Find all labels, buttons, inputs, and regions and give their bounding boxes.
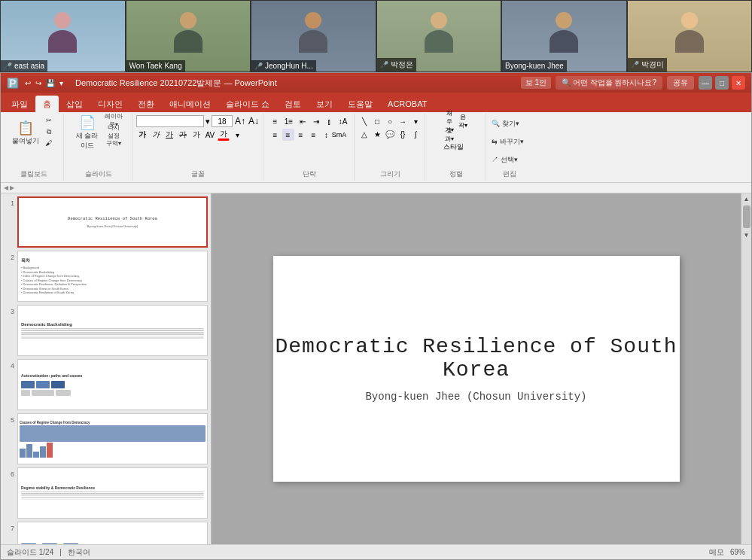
slide-number: 1 xyxy=(4,196,14,207)
scroll-thumb[interactable] xyxy=(743,205,750,228)
cut-button[interactable]: ✂ xyxy=(41,115,56,126)
align-center-button[interactable]: ≡ xyxy=(282,129,294,141)
underline-button[interactable]: 가 xyxy=(163,129,175,141)
tab-help[interactable]: 도움말 xyxy=(340,96,380,112)
indent-decrease-button[interactable]: ⇤ xyxy=(297,115,309,127)
find-button[interactable]: 🔍 찾기▾ xyxy=(491,115,528,132)
slide-preview-7[interactable]: ■ → → xyxy=(17,522,208,544)
more-font-button[interactable]: ▾ xyxy=(231,129,243,141)
indent-increase-button[interactable]: ⇥ xyxy=(310,115,322,127)
font-color-button[interactable]: 가 xyxy=(218,129,230,141)
tab-animation[interactable]: 애니메이션 xyxy=(162,96,218,112)
slide-preview-5[interactable]: Causes of Regime Change from Democracy xyxy=(17,413,208,464)
tab-transition[interactable]: 전환 xyxy=(130,96,162,112)
shape-arrow[interactable]: → xyxy=(397,115,409,127)
maximize-button[interactable]: □ xyxy=(715,76,729,90)
slide-thumb-4[interactable]: 4 Autocratization: paths and causes xyxy=(4,359,208,410)
numbered-list-button[interactable]: 1≡ xyxy=(283,115,295,127)
slide-number: 2 xyxy=(4,251,14,261)
shape-curve[interactable]: ∫ xyxy=(409,128,422,140)
slide-count-info: 슬라이드 1/24 xyxy=(7,547,53,558)
align-right-button[interactable]: ≡ xyxy=(295,129,307,141)
new-slide-button[interactable]: 📄 새 슬라이드 xyxy=(73,115,102,150)
effect-button[interactable]: 효과▾ xyxy=(443,129,455,141)
text-direction-button[interactable]: ↕A xyxy=(337,115,349,127)
shadow-button[interactable]: 가 xyxy=(190,129,202,141)
tab-slideshow[interactable]: 슬라이드 쇼 xyxy=(218,96,277,112)
shape-triangle[interactable]: △ xyxy=(358,128,370,140)
shape-line[interactable]: ╲ xyxy=(358,115,370,127)
close-button[interactable]: ✕ xyxy=(732,76,745,90)
save-icon[interactable]: 💾 xyxy=(46,79,55,87)
spacing-button[interactable]: AV xyxy=(204,129,216,141)
slide-scrollbar[interactable]: ▲ ▼ xyxy=(741,193,751,544)
search-box[interactable]: 🔍 어떤 작업을 원하시나요? xyxy=(556,76,662,90)
main-area: 1 Democratic Resilience of South Korea B… xyxy=(1,193,751,544)
slide-preview-3[interactable]: Democratic Backsliding xyxy=(17,305,208,356)
slide-thumb-6[interactable]: 6 Regime stability & Democratic Resilien… xyxy=(4,467,208,519)
scroll-up-button[interactable]: ▲ xyxy=(741,193,752,204)
slide-thumb-7[interactable]: 7 ■ → → xyxy=(4,522,208,544)
align-left-button[interactable]: ≡ xyxy=(269,129,282,141)
smart-art-button[interactable]: SmA xyxy=(333,129,346,141)
font-size-down-button[interactable]: ▾ xyxy=(206,117,210,126)
slide-thumb-5[interactable]: 5 Causes of Regime Change from Democracy xyxy=(4,413,208,464)
tab-insert[interactable]: 삽입 xyxy=(59,96,90,112)
slide-number: 6 xyxy=(4,467,14,478)
tab-design[interactable]: 디자인 xyxy=(90,96,130,112)
copy-button[interactable]: ⧉ xyxy=(41,126,56,137)
powerpoint-window: 🅿️ ↩ ↪ 💾 ▾ Democratic Resilience 2021072… xyxy=(0,72,752,560)
section-button[interactable]: 구역▾ xyxy=(103,138,124,148)
slide-thumb-1[interactable]: 1 Democratic Resilience of South Korea B… xyxy=(4,196,208,248)
undo-button[interactable]: ↩ xyxy=(25,79,31,87)
slide-preview-4[interactable]: Autocratization: paths and causes xyxy=(17,359,208,410)
replace-button[interactable]: ⇆ 바꾸기▾ xyxy=(491,133,528,150)
slide-preview-1[interactable]: Democratic Resilience of South Korea Byo… xyxy=(17,196,208,248)
line-spacing-button[interactable]: ↕ xyxy=(321,129,333,141)
select-button[interactable]: ↗ 선택▾ xyxy=(491,151,528,168)
slide-panel[interactable]: 1 Democratic Resilience of South Korea B… xyxy=(1,193,212,544)
shape-star[interactable]: ★ xyxy=(371,128,383,140)
tab-view[interactable]: 보기 xyxy=(309,96,340,112)
notes-button[interactable]: 메모 xyxy=(709,547,724,558)
font-size-input[interactable] xyxy=(212,115,233,127)
shape-brace[interactable]: {} xyxy=(397,128,409,140)
strikethrough-button[interactable]: 가 xyxy=(177,129,189,141)
tab-review[interactable]: 검토 xyxy=(277,96,309,112)
italic-button[interactable]: 가 xyxy=(150,129,162,141)
tab-acrobat[interactable]: ACROBAT xyxy=(380,96,434,112)
justify-button[interactable]: ≡ xyxy=(308,129,320,141)
outline-button[interactable]: 윤곽▾ xyxy=(457,115,469,127)
video-cell-east-asia: 🎤 east asia xyxy=(0,0,126,72)
fill-color-button[interactable]: 채우기▾ xyxy=(443,115,455,127)
format-painter-button[interactable]: 🖌 xyxy=(41,138,56,148)
shape-oval[interactable]: ○ xyxy=(384,115,396,127)
slide-preview-2[interactable]: 목차 • Background• Democratic Backsliding•… xyxy=(17,251,208,302)
bold-button[interactable]: 가 xyxy=(136,129,148,141)
more-icon[interactable]: ▾ xyxy=(59,79,63,87)
reset-button[interactable]: 다시 설정 xyxy=(103,126,124,137)
font-increase-button[interactable]: A↑ xyxy=(234,115,246,127)
redo-button[interactable]: ↪ xyxy=(35,79,41,87)
share-button[interactable]: 공유 xyxy=(667,76,694,90)
minimize-button[interactable]: — xyxy=(699,76,712,90)
tab-home[interactable]: 홈 xyxy=(35,96,59,112)
paste-button[interactable]: 📋 붙여넣기 xyxy=(11,115,40,150)
font-decrease-button[interactable]: A↓ xyxy=(248,115,260,127)
slide-number: 3 xyxy=(4,305,14,315)
more-shapes-btn[interactable]: ▾ xyxy=(409,115,422,127)
shape-rect[interactable]: □ xyxy=(371,115,383,127)
scroll-down-button[interactable]: ▼ xyxy=(741,230,752,240)
font-name-input[interactable] xyxy=(136,115,204,127)
slide-thumb-3[interactable]: 3 Democratic Backsliding xyxy=(4,305,208,356)
bullet-button[interactable]: ≡ xyxy=(269,115,282,127)
slide-canvas[interactable]: Democratic Resilience of South Korea Byo… xyxy=(273,256,680,482)
slide-preview-6[interactable]: Regime stability & Democratic Resilience xyxy=(17,467,208,519)
ribbon-tabs: 파일 홈 삽입 디자인 전환 애니메이션 슬라이드 쇼 검토 보기 도움말 AC… xyxy=(1,93,751,112)
slide-thumb-2[interactable]: 2 목차 • Background• Democratic Backslidin… xyxy=(4,251,208,302)
shape-callout[interactable]: 💬 xyxy=(384,128,396,140)
columns-button[interactable]: ⫿ xyxy=(324,115,336,127)
window-controls: — □ ✕ xyxy=(699,76,745,90)
tab-file[interactable]: 파일 xyxy=(4,96,35,112)
drawing-label: 그리기 xyxy=(380,168,400,179)
